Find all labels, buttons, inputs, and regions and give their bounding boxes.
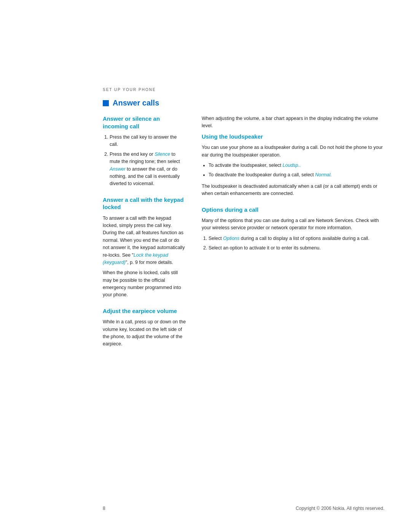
earpiece-volume-heading: Adjust the earpiece volume — [103, 307, 186, 315]
list-item: To activate the loudspeaker, select Loud… — [209, 162, 384, 169]
page-title-block: Answer calls — [103, 99, 384, 107]
left-column: Answer or silence an incoming call Press… — [103, 115, 186, 356]
section-label: Set up your phone — [103, 88, 384, 92]
loudspeaker-para2: The loudspeaker is deactivated automatic… — [202, 183, 384, 198]
list-item: To deactivate the loudspeaker during a c… — [209, 171, 384, 179]
loudspeaker-bullets: To activate the loudspeaker, select Loud… — [202, 162, 384, 179]
answer-link[interactable]: Answer — [110, 166, 126, 172]
main-title: Answer calls — [113, 99, 159, 107]
options-call-steps: Select Options during a call to display … — [202, 235, 384, 252]
loudspeaker-para1: You can use your phone as a loudspeaker … — [202, 144, 384, 159]
options-step1: Select Options during a call to display … — [209, 236, 369, 241]
step2-text: Press the end key or Silence to mute the… — [110, 152, 180, 187]
page: Set up your phone Answer calls Answer or… — [0, 0, 411, 532]
answer-silence-section: Answer or silence an incoming call Press… — [103, 115, 186, 188]
page-number: 8 — [103, 506, 105, 511]
answer-silence-heading: Answer or silence an incoming call — [103, 115, 186, 130]
list-item: Press the end key or Silence to mute the… — [110, 151, 186, 188]
loudsp-link[interactable]: Loudsp.. — [283, 163, 301, 168]
content-area: Set up your phone Answer calls Answer or… — [103, 88, 384, 482]
options-call-para1: Many of the options that you can use dur… — [202, 217, 384, 232]
loudspeaker-section: Using the loudspeaker You can use your p… — [202, 133, 384, 198]
keypad-locked-heading: Answer a call with the keypad locked — [103, 196, 186, 211]
list-item: Select Options during a call to display … — [209, 235, 384, 242]
options-link[interactable]: Options — [223, 236, 239, 241]
lock-keypad-link[interactable]: Lock the keypad (keyguard) — [103, 252, 168, 265]
earpiece-volume-para: While in a call, press up or down on the… — [103, 318, 186, 348]
step1-text: Press the call key to answer the call. — [110, 134, 177, 147]
deactivate-loudsp: To deactivate the loudspeaker during a c… — [209, 172, 332, 177]
silence-link[interactable]: Silence — [155, 152, 170, 157]
title-square-icon — [103, 100, 109, 106]
normal-link[interactable]: Normal. — [315, 172, 332, 177]
activate-loudsp: To activate the loudspeaker, select Loud… — [209, 163, 301, 168]
options-call-section: Options during a call Many of the option… — [202, 206, 384, 252]
loudspeaker-heading: Using the loudspeaker — [202, 133, 384, 141]
keypad-locked-para1: To answer a call with the keypad locked,… — [103, 215, 186, 267]
keypad-locked-section: Answer a call with the keypad locked To … — [103, 196, 186, 299]
list-item: Select an option to activate it or to en… — [209, 244, 384, 252]
list-item: Press the call key to answer the call. — [110, 134, 186, 149]
answer-silence-steps: Press the call key to answer the call. P… — [103, 134, 186, 188]
right-column: When adjusting the volume, a bar chart a… — [202, 115, 384, 356]
options-step2: Select an option to activate it or to en… — [209, 245, 321, 251]
earpiece-volume-section: Adjust the earpiece volume While in a ca… — [103, 307, 186, 348]
options-call-heading: Options during a call — [202, 206, 384, 214]
volume-note: When adjusting the volume, a bar chart a… — [202, 115, 384, 130]
footer-copyright: Copyright © 2006 Nokia. All rights reser… — [296, 506, 384, 511]
keypad-locked-para2: When the phone is locked, calls still ma… — [103, 269, 186, 299]
footer: 8 Copyright © 2006 Nokia. All rights res… — [0, 506, 411, 511]
two-column-layout: Answer or silence an incoming call Press… — [103, 115, 384, 356]
